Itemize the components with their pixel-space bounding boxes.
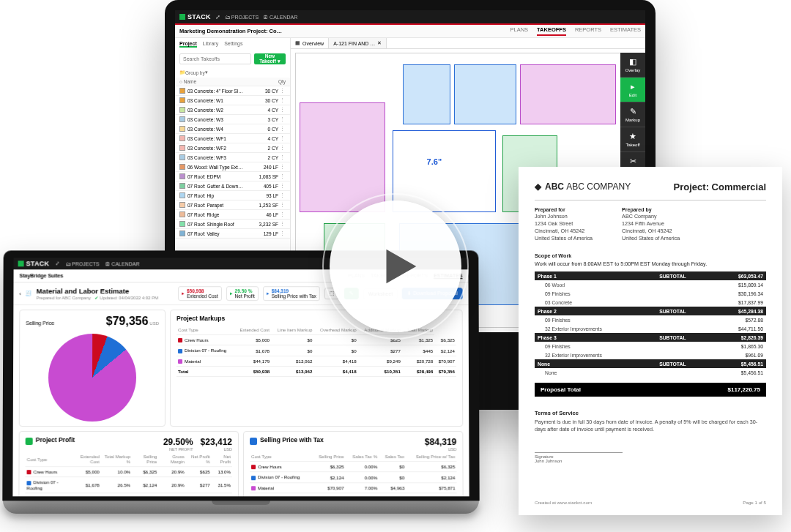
project-name: StayBridge Suites [20, 273, 64, 278]
tab-reports[interactable]: REPORTS [575, 26, 601, 36]
takeoff-row[interactable]: 07 Roof: Valley129 LF⋮ [175, 229, 290, 239]
takeoff-row[interactable]: 07 Roof: EDPM1,083 SF⋮ [175, 172, 290, 181]
new-takeoff-button[interactable]: New Takeoff ▾ [254, 53, 286, 64]
prepared-by: Prepared byABC Company1234 Fifth AvenueC… [622, 206, 680, 242]
takeoff-row[interactable]: 03 Concrete: W130 CY⋮ [175, 96, 290, 105]
app-topbar: STACK ⤢ 🗂 PROJECTS 🗓 CALENDAR [175, 10, 645, 23]
brand-logo: STACK [179, 13, 211, 20]
side-tab-project[interactable]: Project [179, 41, 197, 48]
proposal-document: ◆ ABC ABC COMPANY Project: Commercial Pr… [519, 167, 782, 515]
scope-of-work: Scope of WorkWork will occur from 8:00AM… [535, 252, 766, 267]
nav-projects[interactable]: 🗂 PROJECTS [225, 15, 259, 20]
plan-tab-sheet[interactable]: A-121 FIN AND … ✕ [329, 38, 387, 48]
expand-icon[interactable]: ⤢ [215, 14, 220, 20]
prepared-for: Prepared forJohn Johnson1234 Oak StreetC… [535, 206, 593, 242]
takeoff-row[interactable]: 03 Concrete: WF14 CY⋮ [175, 134, 290, 143]
takeoff-row[interactable]: 07 Roof: Gutter & Down…405 LF⋮ [175, 181, 290, 191]
dimension-label: 7.6" [427, 157, 442, 166]
pie-chart [48, 334, 136, 422]
brand-logo: STACK [18, 260, 50, 267]
takeoff-row[interactable]: 07 Roof: Hip93 LF⋮ [175, 191, 290, 201]
project-title: Marketing Demonstration Project: Co… [179, 28, 282, 34]
takeoff-row[interactable]: 03 Concrete: WF32 CY⋮ [175, 153, 290, 162]
takeoff-row[interactable]: 03 Concrete: W33 CY⋮ [175, 115, 290, 124]
laptop-deck [3, 501, 479, 514]
plan-tab-overview[interactable]: ▦ Overview [291, 38, 329, 48]
tool-edit[interactable]: ▸Edit [620, 78, 645, 102]
tool-overlay[interactable]: ◧Overlay [620, 53, 645, 78]
terms-of-service: Terms of ServicePayment is due in full 3… [535, 410, 766, 433]
takeoff-row[interactable]: 07 Roof: Parapet1,253 SF⋮ [175, 201, 290, 210]
expand-icon[interactable]: ⤢ [55, 261, 59, 266]
signature-block: Signature John Johnson [535, 452, 766, 463]
takeoff-row[interactable]: 07 Roof: Ridge46 LF⋮ [175, 210, 290, 220]
doc-title: Project: Commercial [674, 181, 766, 192]
group-by-select[interactable]: 📁 Group by ▾ [175, 67, 290, 78]
proposal-total: Proposal Total$117,220.75 [535, 383, 766, 397]
play-button[interactable] [330, 201, 461, 332]
selling-price-tax-card: Selling Price with Tax $84,319USD Cost T… [243, 431, 464, 496]
tool-takeoff[interactable]: ★Takeoff [620, 127, 645, 152]
tab-estimates[interactable]: ESTIMATES [610, 26, 641, 36]
project-profit-card: Project Profit 29.50%NET PROFIT $23,412U… [18, 431, 239, 496]
doc-icon: 🧾 [26, 291, 32, 296]
selling-price-card: Selling Price$79,356 USD [19, 310, 166, 427]
tool-markup[interactable]: ✎Markup [620, 102, 645, 127]
takeoff-row[interactable]: 03 Concrete: W24 CY⋮ [175, 105, 290, 115]
nav-projects[interactable]: 🗂 PROJECTS [65, 261, 99, 266]
takeoff-row[interactable]: 06 Wood: Wall Type Ext…240 LF⋮ [175, 162, 290, 172]
takeoff-row[interactable]: 03 Concrete: 4" Floor Sl…30 CY⋮ [175, 86, 290, 96]
takeoff-row[interactable]: 07 Roof: Shingle Roof3,232 SF⋮ [175, 220, 290, 229]
takeoff-row[interactable]: 03 Concrete: WF22 CY⋮ [175, 143, 290, 153]
nav-calendar[interactable]: 🗓 CALENDAR [105, 261, 139, 266]
estimate-title: Material and Labor Estimate [37, 287, 159, 295]
company-logo: ◆ ABC ABC COMPANY [535, 181, 631, 192]
search-input[interactable] [179, 53, 251, 64]
side-tab-settings[interactable]: Settings [224, 41, 242, 48]
project-bar: Marketing Demonstration Project: Co… PLA… [175, 25, 645, 38]
tab-plans[interactable]: PLANS [510, 26, 528, 36]
side-tab-library[interactable]: Library [203, 41, 218, 48]
back-icon[interactable]: ‹ [19, 291, 21, 296]
nav-calendar[interactable]: 🗓 CALENDAR [263, 15, 297, 20]
takeoff-row[interactable]: 03 Concrete: W40 CY⋮ [175, 124, 290, 134]
tab-takeoffs[interactable]: TAKEOFFS [537, 26, 566, 36]
play-icon [374, 241, 425, 292]
